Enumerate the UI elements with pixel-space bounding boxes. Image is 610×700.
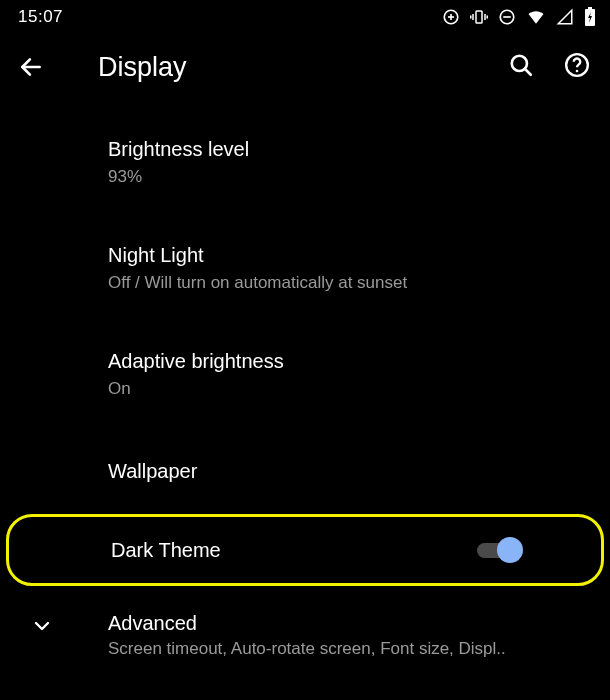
back-button[interactable] [18, 54, 54, 80]
add-icon [442, 8, 460, 26]
battery-charging-icon [584, 7, 596, 27]
status-bar: 15:07 [0, 0, 610, 34]
setting-label: Advanced [108, 612, 586, 635]
app-bar: Display [0, 34, 610, 100]
vibrate-icon [470, 8, 488, 26]
svg-rect-3 [476, 11, 482, 23]
setting-subtext: 93% [108, 166, 586, 188]
page-title: Display [54, 52, 508, 83]
setting-label: Adaptive brightness [108, 348, 586, 374]
clock: 15:07 [18, 7, 63, 27]
setting-label: Night Light [108, 242, 586, 268]
advanced-item[interactable]: Advanced Screen timeout, Auto-rotate scr… [0, 592, 610, 677]
chevron-down-icon [18, 612, 108, 638]
svg-point-16 [576, 70, 579, 73]
status-icons [442, 7, 596, 27]
adaptive-brightness-item[interactable]: Adaptive brightness On [0, 330, 610, 418]
signal-icon [556, 8, 574, 26]
setting-subtext: Screen timeout, Auto-rotate screen, Font… [108, 639, 586, 659]
dark-theme-item[interactable]: Dark Theme [6, 514, 604, 586]
search-button[interactable] [508, 52, 534, 82]
svg-line-14 [525, 69, 531, 75]
setting-subtext: On [108, 378, 586, 400]
setting-label: Brightness level [108, 136, 586, 162]
brightness-level-item[interactable]: Brightness level 93% [0, 118, 610, 206]
setting-subtext: Off / Will turn on automatically at suns… [108, 272, 586, 294]
wallpaper-item[interactable]: Wallpaper [0, 436, 610, 508]
settings-list: Brightness level 93% Night Light Off / W… [0, 100, 610, 677]
setting-label: Dark Theme [111, 537, 477, 563]
night-light-item[interactable]: Night Light Off / Will turn on automatic… [0, 224, 610, 312]
svg-rect-11 [588, 7, 592, 9]
dark-theme-toggle[interactable] [477, 538, 517, 562]
dnd-icon [498, 8, 516, 26]
setting-label: Wallpaper [108, 458, 586, 484]
wifi-icon [526, 8, 546, 26]
help-button[interactable] [564, 52, 590, 82]
